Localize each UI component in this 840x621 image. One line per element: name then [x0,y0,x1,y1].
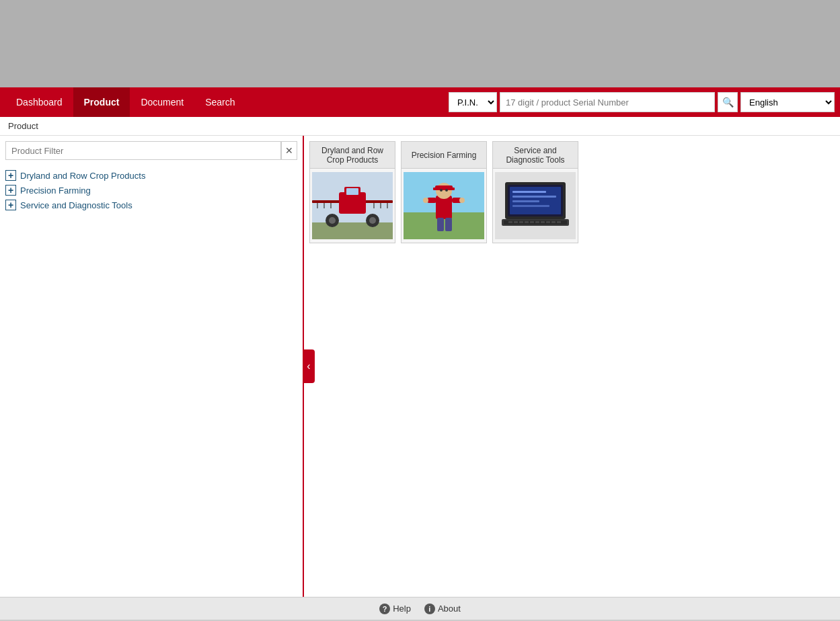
svg-rect-49 [551,221,556,223]
product-card-precision[interactable]: Precision Farming [401,141,487,243]
svg-rect-6 [346,188,358,195]
main-content: ✕ + Dryland and Row Crop Products + Prec… [0,136,840,597]
language-dropdown[interactable]: English French Spanish German [740,92,835,112]
sidebar: ✕ + Dryland and Row Crop Products + Prec… [0,136,304,597]
sidebar-item-service[interactable]: + Service and Diagnostic Tools [5,198,297,212]
svg-rect-42 [514,221,518,223]
svg-point-26 [459,198,465,203]
product-card-dryland-title: Dryland and Row Crop Products [310,142,395,169]
search-nav-btn[interactable]: Search [194,87,245,117]
about-link[interactable]: i About [424,604,461,614]
document-nav-btn[interactable]: Document [130,87,194,117]
filter-row: ✕ [5,141,297,160]
help-label: Help [393,604,411,614]
sidebar-collapse-button[interactable]: ‹ [303,349,315,383]
svg-rect-2 [312,200,342,203]
svg-rect-27 [437,218,444,231]
product-card-precision-image [402,169,486,243]
svg-rect-44 [525,221,529,223]
pin-dropdown[interactable]: P.I.N. Serial [449,92,497,112]
svg-point-20 [436,183,452,199]
product-cards-row: Dryland and Row Crop Products [309,141,835,243]
svg-rect-36 [512,196,556,198]
top-gray-area [0,0,840,87]
svg-rect-37 [512,200,539,202]
svg-rect-22 [433,188,455,190]
product-nav-btn[interactable]: Product [73,87,130,117]
svg-rect-35 [512,191,546,193]
expand-icon-service: + [5,200,16,210]
sidebar-item-precision-label: Precision Farming [20,185,91,196]
svg-rect-19 [436,196,452,219]
help-icon: ? [379,604,390,614]
about-label: About [438,604,461,614]
svg-rect-0 [312,222,393,239]
svg-point-29 [440,189,443,192]
svg-rect-47 [541,221,545,223]
svg-rect-28 [445,218,452,231]
footer: ? Help i About [0,597,840,620]
dashboard-nav-btn[interactable]: Dashboard [5,87,73,117]
sidebar-item-dryland-label: Dryland and Row Crop Products [20,171,145,181]
serial-search-button[interactable]: 🔍 [718,92,738,112]
svg-rect-3 [362,200,393,203]
product-card-service[interactable]: Service and Diagnostic Tools [492,141,578,243]
svg-rect-23 [427,198,436,203]
svg-point-10 [369,217,376,224]
svg-rect-43 [519,221,523,223]
breadcrumb: Product [0,117,840,136]
navbar: Dashboard Product Document Search P.I.N.… [0,87,840,117]
svg-point-25 [423,198,428,203]
sidebar-item-dryland[interactable]: + Dryland and Row Crop Products [5,168,297,183]
magnifier-icon: 🔍 [722,97,734,108]
expand-icon-dryland: + [5,170,16,181]
product-card-dryland-image [310,169,395,243]
navbar-right: P.I.N. Serial 🔍 English French Spanish G… [449,92,835,112]
svg-rect-48 [546,221,550,223]
expand-icon-precision: + [5,185,16,196]
product-card-service-image [493,169,578,243]
sidebar-item-service-label: Service and Diagnostic Tools [20,200,132,210]
svg-point-8 [329,217,336,224]
svg-rect-38 [512,205,549,207]
svg-rect-46 [535,221,539,223]
sidebar-item-precision[interactable]: + Precision Farming [5,183,297,198]
svg-rect-50 [557,221,561,223]
products-panel: Dryland and Row Crop Products [304,136,840,597]
filter-clear-button[interactable]: ✕ [281,141,297,160]
about-icon: i [424,604,435,614]
help-link[interactable]: ? Help [379,604,411,614]
product-filter-input[interactable] [5,141,281,160]
svg-point-30 [445,189,448,192]
svg-rect-41 [508,221,512,223]
svg-rect-45 [530,221,534,223]
serial-input[interactable] [500,92,715,112]
product-card-precision-title: Precision Farming [402,142,486,169]
product-card-dryland[interactable]: Dryland and Row Crop Products [309,141,395,243]
breadcrumb-text: Product [8,121,38,131]
product-card-service-title: Service and Diagnostic Tools [493,142,578,169]
